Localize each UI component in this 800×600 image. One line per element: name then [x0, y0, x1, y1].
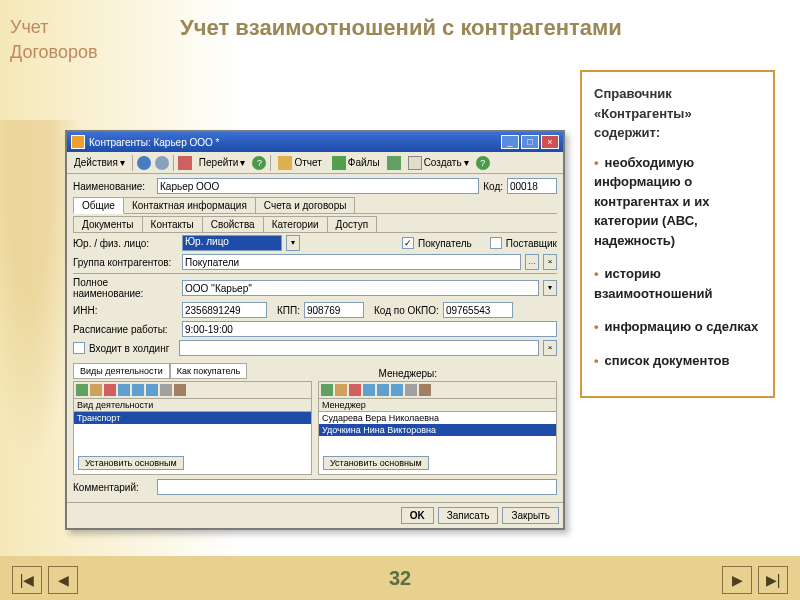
- manager-row[interactable]: Сударева Вера Николаевна: [319, 412, 556, 424]
- info-item: историю взаимоотношений: [594, 264, 761, 303]
- name-input[interactable]: [157, 178, 479, 194]
- supplier-checkbox[interactable]: [490, 237, 502, 249]
- schedule-label: Расписание работы:: [73, 324, 178, 335]
- goto-menu[interactable]: Перейти ▾: [196, 156, 249, 169]
- toolbar: Действия ▾ Перейти ▾ ? Отчет Файлы Созда…: [67, 152, 563, 174]
- close-button[interactable]: ×: [541, 135, 559, 149]
- schedule-input[interactable]: [182, 321, 557, 337]
- set-main-manager-button[interactable]: Установить основным: [323, 456, 429, 470]
- page-number: 32: [389, 567, 411, 590]
- info-item: информацию о сделках: [594, 317, 761, 337]
- ok-button[interactable]: OK: [401, 507, 434, 524]
- subtab-as-buyer[interactable]: Как покупатель: [170, 363, 247, 379]
- name-label: Наименование:: [73, 181, 153, 192]
- holding-lookup-icon[interactable]: ×: [543, 340, 557, 356]
- entity-dropdown-icon[interactable]: ▾: [286, 235, 300, 251]
- up-icon[interactable]: [377, 384, 389, 396]
- tab-access[interactable]: Доступ: [327, 216, 378, 232]
- comment-label: Комментарий:: [73, 482, 153, 493]
- help2-icon[interactable]: ?: [476, 156, 490, 170]
- create-menu[interactable]: Создать ▾: [405, 155, 472, 171]
- managers-header: Менеджер: [319, 399, 556, 412]
- activities-panel: Вид деятельности Транспорт Установить ос…: [73, 381, 312, 475]
- sort-icon[interactable]: [405, 384, 417, 396]
- slide-title: Учет взаимоотношений с контрагентами: [180, 15, 622, 41]
- tab-accounts[interactable]: Счета и договоры: [255, 197, 356, 213]
- holding-input[interactable]: [179, 340, 539, 356]
- app-window: Контрагенты: Карьер ООО * _ □ × Действия…: [65, 130, 565, 530]
- subtab-activities[interactable]: Виды деятельности: [73, 363, 170, 379]
- down-icon[interactable]: [391, 384, 403, 396]
- titlebar[interactable]: Контрагенты: Карьер ООО * _ □ ×: [67, 132, 563, 152]
- okpo-label: Код по ОКПО:: [374, 305, 439, 316]
- code-label: Код:: [483, 181, 503, 192]
- manager-row[interactable]: Удочкина Нина Викторовна: [319, 424, 556, 436]
- kpp-input[interactable]: [304, 302, 364, 318]
- del-icon[interactable]: [104, 384, 116, 396]
- holding-checkbox[interactable]: [73, 342, 85, 354]
- managers-label: Менеджеры:: [379, 368, 437, 379]
- group-lookup-icon[interactable]: …: [525, 254, 539, 270]
- tab-properties[interactable]: Свойства: [202, 216, 264, 232]
- maximize-button[interactable]: □: [521, 135, 539, 149]
- close-button[interactable]: Закрыть: [502, 507, 559, 524]
- tool2-icon[interactable]: [387, 156, 401, 170]
- tab-general[interactable]: Общие: [73, 197, 124, 214]
- tab-contact-info[interactable]: Контактная информация: [123, 197, 256, 213]
- entity-select[interactable]: Юр. лицо: [182, 235, 282, 251]
- add-icon[interactable]: [76, 384, 88, 396]
- tool-icon[interactable]: [363, 384, 375, 396]
- activities-header: Вид деятельности: [74, 399, 311, 412]
- code-input[interactable]: [507, 178, 557, 194]
- more-icon[interactable]: [174, 384, 186, 396]
- info-item: необходимую информацию о контрагентах и …: [594, 153, 761, 251]
- kpp-label: КПП:: [277, 305, 300, 316]
- first-slide-button[interactable]: |◀: [12, 566, 42, 594]
- supplier-label: Поставщик: [506, 238, 557, 249]
- tab-row-upper: Общие Контактная информация Счета и дого…: [73, 197, 557, 214]
- files-icon: [332, 156, 346, 170]
- next-slide-button[interactable]: ▶: [722, 566, 752, 594]
- fullname-dropdown-icon[interactable]: ▾: [543, 280, 557, 296]
- group-clear-icon[interactable]: ×: [543, 254, 557, 270]
- add-icon[interactable]: [321, 384, 333, 396]
- last-slide-button[interactable]: ▶|: [758, 566, 788, 594]
- activity-row[interactable]: Транспорт: [74, 412, 311, 424]
- create-icon: [408, 156, 422, 170]
- entity-label: Юр. / физ. лицо:: [73, 238, 178, 249]
- forward-icon[interactable]: [155, 156, 169, 170]
- inn-label: ИНН:: [73, 305, 178, 316]
- edit-icon[interactable]: [90, 384, 102, 396]
- app-icon: [71, 135, 85, 149]
- info-header: Справочник «Контрагенты» содержит:: [594, 84, 761, 143]
- comment-input[interactable]: [157, 479, 557, 495]
- set-main-activity-button[interactable]: Установить основным: [78, 456, 184, 470]
- more-icon[interactable]: [419, 384, 431, 396]
- buyer-checkbox[interactable]: ✓: [402, 237, 414, 249]
- tab-contacts[interactable]: Контакты: [142, 216, 203, 232]
- prev-slide-button[interactable]: ◀: [48, 566, 78, 594]
- save-button[interactable]: Записать: [438, 507, 499, 524]
- group-input[interactable]: [182, 254, 521, 270]
- help-icon[interactable]: ?: [252, 156, 266, 170]
- back-icon[interactable]: [137, 156, 151, 170]
- okpo-input[interactable]: [443, 302, 513, 318]
- down-icon[interactable]: [146, 384, 158, 396]
- tool-icon[interactable]: [178, 156, 192, 170]
- edit-icon[interactable]: [335, 384, 347, 396]
- report-button[interactable]: Отчет: [275, 155, 324, 171]
- slide-footer: 32: [0, 556, 800, 600]
- managers-panel: Менеджер Сударева Вера Николаевна Удочки…: [318, 381, 557, 475]
- files-button[interactable]: Файлы: [329, 155, 383, 171]
- actions-menu[interactable]: Действия ▾: [71, 156, 128, 169]
- up-icon[interactable]: [132, 384, 144, 396]
- fullname-input[interactable]: [182, 280, 539, 296]
- minimize-button[interactable]: _: [501, 135, 519, 149]
- tool-icon[interactable]: [118, 384, 130, 396]
- tab-categories[interactable]: Категории: [263, 216, 328, 232]
- tab-documents[interactable]: Документы: [73, 216, 143, 232]
- sort-icon[interactable]: [160, 384, 172, 396]
- inn-input[interactable]: [182, 302, 267, 318]
- info-panel: Справочник «Контрагенты» содержит: необх…: [580, 70, 775, 398]
- del-icon[interactable]: [349, 384, 361, 396]
